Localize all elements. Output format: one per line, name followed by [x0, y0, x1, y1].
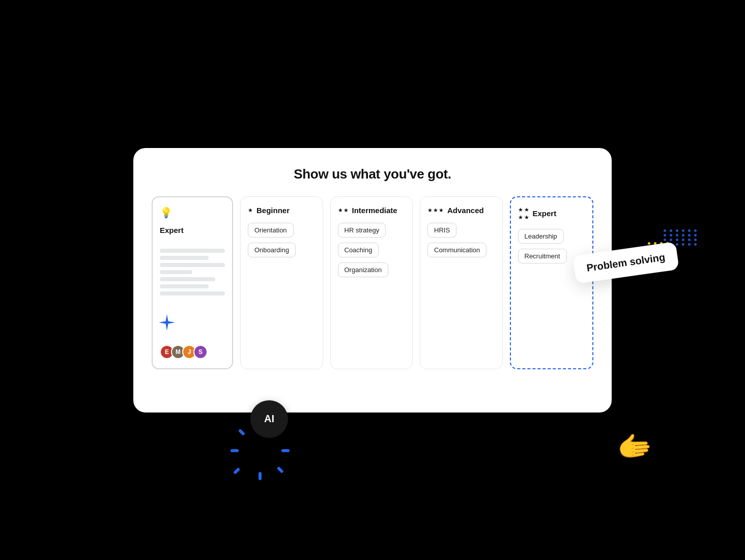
dot [688, 239, 691, 241]
dot [682, 239, 684, 241]
dot [670, 229, 672, 232]
intermediate-stars: ★ ★ [338, 207, 349, 214]
content-line-4 [160, 270, 192, 274]
dot [694, 239, 697, 241]
col-expert-title: Expert [533, 209, 557, 218]
page-wrapper: Show us what you've got. 💡 Expert E M [133, 148, 612, 412]
main-card: Show us what you've got. 💡 Expert E M [133, 148, 612, 412]
tag-onboarding[interactable]: Onboarding [248, 243, 296, 257]
content-line-7 [160, 291, 225, 296]
dot [664, 234, 666, 237]
mobile-preview-col: 💡 Expert E M J S [152, 196, 233, 369]
content-line-6 [160, 284, 209, 288]
dot [676, 243, 678, 246]
dot [670, 234, 672, 237]
star-1: ★ [338, 207, 343, 214]
dot [664, 239, 666, 241]
dot [694, 234, 697, 237]
svg-rect-4 [238, 428, 245, 435]
tag-recruitment[interactable]: Recruitment [518, 249, 567, 263]
tag-orientation[interactable]: Orientation [248, 223, 294, 238]
col-advanced-title: Advanced [447, 206, 484, 215]
dot [676, 239, 678, 241]
ai-label: AI [264, 413, 274, 425]
col-intermediate-header: ★ ★ Intermediate [338, 206, 406, 215]
expert-stars: ★ ★ ★ ★ [518, 207, 529, 221]
star-1: ★ [427, 207, 433, 214]
star-2: ★ [433, 207, 438, 214]
sparkle-bottom-center-icon [158, 313, 176, 334]
col-advanced-header: ★ ★ ★ Advanced [427, 206, 495, 215]
dot [682, 243, 684, 246]
columns-container: 💡 Expert E M J S [152, 196, 593, 369]
col-beginner-header: ★ Beginner [248, 206, 316, 215]
dot [694, 243, 697, 246]
tag-coaching[interactable]: Coaching [338, 243, 379, 257]
svg-rect-7 [277, 466, 284, 473]
star-3: ★ [439, 207, 444, 214]
lightbulb-icon: 💡 [160, 207, 225, 219]
dot [670, 239, 672, 241]
hand-cursor-icon: 🫱 [615, 428, 653, 465]
tag-hris[interactable]: HRIS [427, 223, 456, 238]
star-2: ★ [343, 207, 349, 214]
dot [676, 229, 678, 232]
tag-communication[interactable]: Communication [427, 243, 486, 257]
star-1: ★ [518, 207, 523, 213]
dot [694, 229, 697, 232]
col-beginner-title: Beginner [256, 206, 290, 215]
star-4: ★ [524, 214, 529, 221]
content-line-1 [160, 249, 225, 253]
col-intermediate-title: Intermediate [352, 206, 397, 215]
dot [688, 234, 691, 237]
col-beginner: ★ Beginner Orientation Onboarding [240, 196, 323, 369]
tag-leadership[interactable]: Leadership [518, 229, 564, 244]
col-expert: ★ ★ ★ ★ Expert Leadership Recruitment [510, 196, 594, 369]
content-line-2 [160, 256, 209, 260]
dot [664, 229, 666, 232]
mobile-content-lines [160, 249, 225, 296]
dot [676, 234, 678, 237]
col-expert-header: ★ ★ ★ ★ Expert [518, 207, 586, 221]
avatar-group: E M J S [160, 339, 225, 359]
ai-badge: AI [250, 400, 288, 438]
col-intermediate: ★ ★ Intermediate HR strategy Coaching Or… [330, 196, 413, 369]
svg-rect-1 [259, 472, 262, 480]
dot [682, 229, 684, 232]
content-line-5 [160, 277, 215, 281]
star-3: ★ [518, 214, 523, 221]
star-1: ★ [248, 207, 253, 214]
star-2: ★ [524, 207, 529, 213]
dot [682, 234, 684, 237]
yellow-dot [648, 242, 650, 245]
content-line-3 [160, 263, 225, 267]
svg-rect-2 [231, 449, 239, 452]
beginner-stars: ★ [248, 207, 253, 214]
dot [688, 229, 691, 232]
mobile-col-label: Expert [160, 226, 225, 234]
tag-hr-strategy[interactable]: HR strategy [338, 223, 386, 238]
avatar-4: S [193, 345, 208, 359]
advanced-stars: ★ ★ ★ [427, 207, 444, 214]
svg-rect-6 [233, 467, 240, 474]
page-title: Show us what you've got. [152, 166, 593, 182]
svg-rect-3 [281, 449, 290, 452]
col-advanced: ★ ★ ★ Advanced HRIS Communication [420, 196, 503, 369]
dot [688, 243, 691, 246]
tag-organization[interactable]: Organization [338, 262, 389, 277]
problem-solving-label: Problem solving [586, 251, 666, 273]
